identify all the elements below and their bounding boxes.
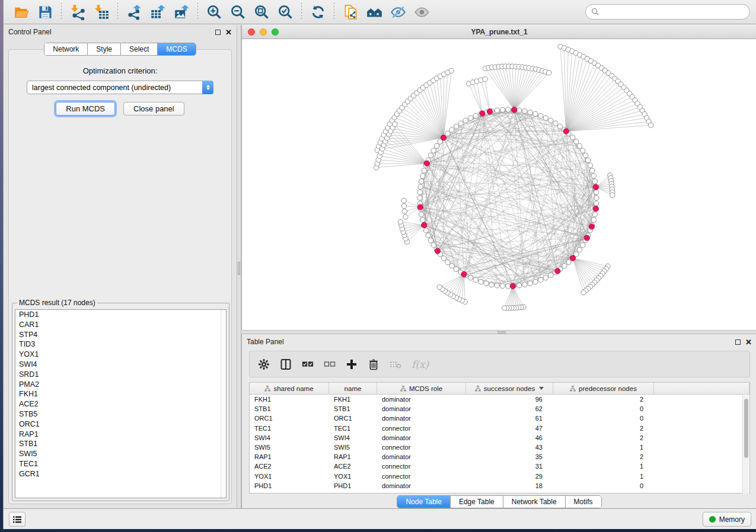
horizontal-splitter[interactable]	[241, 330, 756, 334]
cell-predecessor-nodes[interactable]: 1	[553, 462, 654, 471]
graph-node[interactable]	[522, 108, 527, 113]
graph-node[interactable]	[562, 264, 567, 268]
mcds-result-item[interactable]: ORC1	[15, 419, 226, 430]
refresh-button[interactable]	[306, 2, 330, 22]
network-window-titlebar[interactable]: YPA_prune.txt_1	[242, 25, 756, 39]
graph-node[interactable]	[473, 277, 478, 282]
cell-predecessor-nodes[interactable]: 0	[553, 481, 654, 491]
mcds-result-item[interactable]: CAR1	[15, 320, 226, 330]
minimize-window-icon[interactable]	[260, 28, 267, 36]
import-table-button[interactable]	[90, 2, 113, 22]
cell-MCDS-role[interactable]: dominator	[377, 433, 466, 443]
graph-node[interactable]	[543, 275, 548, 280]
delete-column-button[interactable]	[368, 358, 379, 370]
tab-select[interactable]: Select	[121, 43, 158, 55]
table-row[interactable]: TEC1TEC1connector472	[250, 424, 749, 433]
mcds-result-item[interactable]: YOX1	[15, 350, 226, 360]
graph-node[interactable]	[463, 118, 468, 123]
graph-node[interactable]	[594, 201, 599, 206]
column-header-successor-nodes[interactable]: successor nodes	[466, 383, 553, 394]
cell-successor-nodes[interactable]: 43	[466, 443, 553, 452]
delete-table-button[interactable]	[390, 358, 401, 370]
graph-node[interactable]	[538, 113, 543, 118]
graph-leaf-node[interactable]	[401, 198, 406, 203]
float-panel-icon[interactable]	[215, 30, 221, 35]
graph-node[interactable]	[445, 131, 450, 136]
cell-name[interactable]: SWI5	[329, 443, 377, 452]
first-neighbors-button[interactable]	[362, 2, 386, 22]
graph-node[interactable]	[548, 118, 553, 123]
tab-motifs[interactable]: Motifs	[566, 496, 601, 508]
graph-node[interactable]	[566, 259, 571, 264]
graph-node[interactable]	[417, 196, 422, 200]
table-scrollbar[interactable]	[742, 395, 749, 493]
graph-mcds-node[interactable]	[512, 107, 517, 113]
cell-shared-name[interactable]: SWI5	[250, 443, 329, 452]
graph-node[interactable]	[428, 153, 433, 158]
graph-node[interactable]	[533, 111, 538, 116]
export-image-button[interactable]	[170, 2, 193, 22]
graph-leaf-node[interactable]	[393, 122, 397, 127]
graph-node[interactable]	[528, 110, 532, 115]
graph-node[interactable]	[592, 179, 597, 184]
graph-node[interactable]	[489, 282, 494, 287]
close-window-icon[interactable]	[248, 28, 255, 36]
graph-leaf-node[interactable]	[581, 290, 586, 295]
graph-node[interactable]	[441, 256, 446, 261]
mcds-result-item[interactable]: SWI4	[15, 360, 226, 370]
table-row[interactable]: PHD1PHD1dominator180	[250, 481, 749, 491]
graph-leaf-node[interactable]	[502, 306, 506, 310]
cell-predecessor-nodes[interactable]: 0	[553, 404, 654, 414]
cell-MCDS-role[interactable]: dominator	[377, 481, 466, 491]
tab-style[interactable]: Style	[88, 43, 121, 55]
cell-successor-nodes[interactable]: 18	[466, 481, 553, 491]
graph-mcds-node[interactable]	[487, 109, 492, 114]
cell-predecessor-nodes[interactable]: 1	[553, 472, 654, 481]
graph-node[interactable]	[426, 233, 430, 238]
panel-menu-button[interactable]	[9, 512, 25, 527]
table-row[interactable]: ACE2ACE2connector311	[250, 462, 749, 471]
table-row[interactable]: SWI4SWI4dominator462	[250, 433, 749, 443]
apply-function-button[interactable]: f(x)	[412, 358, 429, 370]
splitter-handle-icon[interactable]	[497, 331, 506, 334]
graph-mcds-node[interactable]	[570, 255, 575, 261]
mcds-result-item[interactable]: GCR1	[15, 469, 226, 479]
cell-name[interactable]: TEC1	[329, 424, 377, 433]
table-row[interactable]: ORC1ORC1dominator610	[250, 414, 749, 423]
cell-successor-nodes[interactable]: 31	[466, 462, 553, 471]
column-header-MCDS-role[interactable]: MCDS role	[377, 383, 466, 394]
mcds-result-item[interactable]: TEC1	[15, 459, 226, 469]
column-header-predecessor-nodes[interactable]: predecessor nodes	[553, 383, 654, 394]
graph-node[interactable]	[580, 148, 585, 153]
cell-successor-nodes[interactable]: 62	[466, 404, 553, 414]
cell-predecessor-nodes[interactable]: 0	[553, 414, 654, 423]
add-column-button[interactable]	[346, 358, 358, 370]
cell-successor-nodes[interactable]: 35	[466, 452, 553, 462]
graph-node[interactable]	[557, 124, 562, 129]
cell-shared-name[interactable]: ORC1	[250, 414, 329, 423]
cell-shared-name[interactable]: FKH1	[250, 395, 329, 404]
float-panel-icon[interactable]	[735, 339, 741, 345]
graph-mcds-node[interactable]	[510, 283, 515, 289]
table-settings-button[interactable]	[258, 358, 270, 370]
column-header-name[interactable]: name	[329, 383, 377, 394]
cell-predecessor-nodes[interactable]: 2	[553, 395, 654, 404]
hide-selected-button[interactable]	[386, 2, 410, 22]
graph-node[interactable]	[431, 243, 436, 248]
cell-predecessor-nodes[interactable]: 1	[553, 443, 654, 452]
import-network-button[interactable]	[66, 2, 90, 22]
tab-network[interactable]: Network	[44, 43, 88, 55]
cell-shared-name[interactable]: TEC1	[250, 424, 329, 433]
maximize-window-icon[interactable]	[272, 28, 279, 36]
graph-mcds-node[interactable]	[435, 248, 440, 254]
graph-leaf-node[interactable]	[437, 285, 442, 290]
network-file-button[interactable]	[339, 2, 362, 22]
export-table-button[interactable]	[146, 2, 170, 22]
table-row[interactable]: RAP1RAP1dominator352	[250, 452, 749, 462]
graph-node[interactable]	[548, 273, 553, 277]
graph-mcds-node[interactable]	[584, 235, 589, 241]
graph-node[interactable]	[428, 238, 433, 243]
cell-successor-nodes[interactable]: 96	[466, 395, 553, 404]
cell-predecessor-nodes[interactable]: 2	[553, 452, 654, 462]
graph-node[interactable]	[419, 212, 423, 217]
